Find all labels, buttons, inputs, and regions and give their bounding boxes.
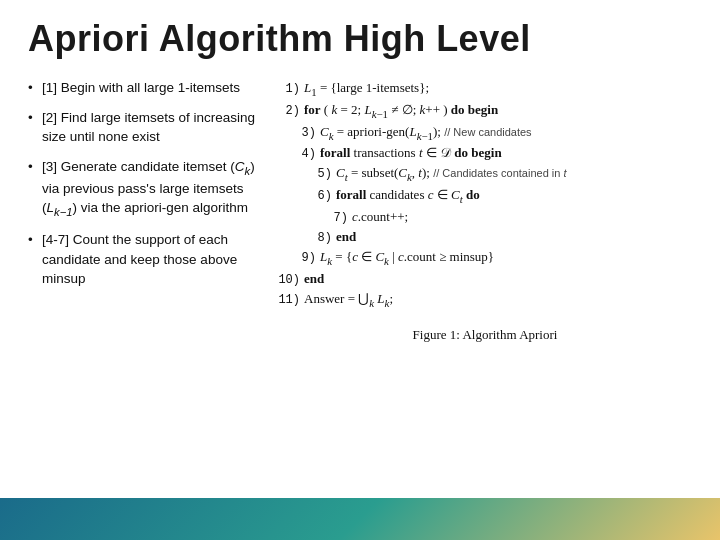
algo-line-6: 6) forall candidates c ∈ Ct do: [278, 185, 692, 207]
algo-line-1: 1) L1 = {large 1-itemsets};: [278, 78, 692, 100]
algo-line-5: 5) Ct = subset(Ck, t); // Candidates con…: [278, 163, 692, 185]
algo-line-10: 10) end: [278, 269, 692, 289]
right-column: 1) L1 = {large 1-itemsets}; 2) for ( k =…: [278, 78, 692, 344]
list-item: [3] Generate candidate itemset (Ck) via …: [28, 157, 258, 221]
content-area: [1] Begin with all large 1-itemsets [2] …: [28, 78, 692, 344]
algorithm-pseudocode: 1) L1 = {large 1-itemsets}; 2) for ( k =…: [278, 78, 692, 311]
decorative-bottom-bar: [0, 498, 720, 540]
algo-line-2: 2) for ( k = 2; Lk−1 ≠ ∅; k++ ) do begin: [278, 100, 692, 122]
algo-line-8: 8) end: [278, 227, 692, 247]
list-item: [1] Begin with all large 1-itemsets: [28, 78, 258, 98]
slide-title: Apriori Algorithm High Level: [28, 18, 692, 60]
algo-line-9: 9) Lk = {c ∈ Ck | c.count ≥ minsup}: [278, 247, 692, 269]
left-column: [1] Begin with all large 1-itemsets [2] …: [28, 78, 258, 299]
slide-container: Apriori Algorithm High Level [1] Begin w…: [0, 0, 720, 540]
figure-caption: Figure 1: Algorithm Apriori: [278, 325, 692, 345]
algo-line-11: 11) Answer = ⋃k Lk;: [278, 289, 692, 311]
algo-line-7: 7) c.count++;: [278, 207, 692, 227]
bullet-list: [1] Begin with all large 1-itemsets [2] …: [28, 78, 258, 289]
list-item: [2] Find large itemsets of increasing si…: [28, 108, 258, 147]
algo-line-3: 3) Ck = apriori-gen(Lk−1); // New candid…: [278, 122, 692, 144]
list-item: [4-7] Count the support of each candidat…: [28, 230, 258, 289]
algo-line-4: 4) forall transactions t ∈ 𝒟 do begin: [278, 143, 692, 163]
